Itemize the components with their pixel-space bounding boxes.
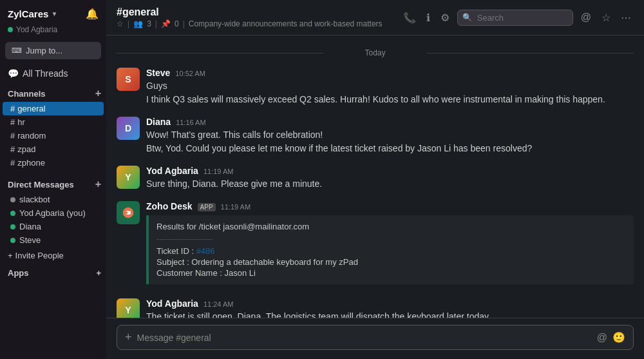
channel-meta: ☆ | 👥 3 | 📌 0 | Company-wide announcemen… <box>117 19 383 28</box>
search-wrapper: 🔍 <box>457 10 573 26</box>
search-input[interactable] <box>457 10 573 26</box>
member-icon: 👥 <box>133 19 143 28</box>
dm-item-steve[interactable]: Steve <box>3 233 104 247</box>
bell-icon[interactable]: 🔔 <box>86 8 99 20</box>
message-content: Steve 10:52 AM Guys I think Q3 sales wil… <box>146 68 634 106</box>
timestamp: 11:19 AM <box>204 168 233 175</box>
at-icon[interactable]: @ <box>578 9 594 26</box>
info-icon[interactable]: ℹ <box>424 9 433 26</box>
all-threads-item[interactable]: 💬 All Threads <box>0 66 106 84</box>
sidebar-item-general[interactable]: # general <box>3 102 104 115</box>
more-icon[interactable]: ⋯ <box>618 9 634 26</box>
avatar <box>117 201 140 224</box>
dm-label: slackbot <box>19 195 50 204</box>
date-divider: Today <box>117 48 634 57</box>
mention-icon[interactable]: @ <box>597 332 607 344</box>
sender-name: Steve <box>146 68 170 78</box>
message-text: I think Q3 sales will massively exceed Q… <box>146 93 634 106</box>
emoji-icon[interactable]: 🙂 <box>612 331 625 344</box>
message-text: Btw, Yod. Could you please let me know i… <box>146 142 634 155</box>
add-channel-icon[interactable]: + <box>95 88 101 99</box>
dm-label: Steve <box>19 235 41 245</box>
apps-section[interactable]: Apps + <box>0 264 106 280</box>
dm-section-header: Direct Messages + <box>0 175 106 193</box>
message-content: Zoho Desk APP 11:19 AM Results for /tick… <box>146 201 634 288</box>
dm-status-dot <box>10 238 15 243</box>
avatar: Y <box>117 298 140 318</box>
avatar: D <box>117 117 140 140</box>
apps-label: Apps <box>8 268 29 278</box>
search-icon: 🔍 <box>462 13 472 22</box>
message-text: Wow! That's great. This calls for celebr… <box>146 128 634 142</box>
sender-name: Diana <box>146 117 171 127</box>
add-app-icon[interactable]: + <box>96 268 101 278</box>
main-content: #general ☆ | 👥 3 | 📌 0 | Company-wide an… <box>106 0 644 359</box>
message-input[interactable] <box>137 333 592 343</box>
channel-title-area: #general ☆ | 👥 3 | 📌 0 | Company-wide an… <box>117 6 383 28</box>
channel-name: #general <box>117 6 159 18</box>
workspace-name[interactable]: ZylCares ▼ <box>8 8 57 19</box>
timestamp: 11:16 AM <box>176 119 205 126</box>
message-group: S Steve 10:52 AM Guys I think Q3 sales w… <box>117 68 634 106</box>
card-query: Results for /ticket jasonli@mailinator.c… <box>156 222 626 231</box>
message-header: Diana 11:16 AM <box>146 117 634 127</box>
sidebar-item-hr[interactable]: # hr <box>3 115 104 129</box>
channel-label: hr <box>17 117 25 127</box>
sidebar-item-random[interactable]: # random <box>3 129 104 142</box>
channel-label: random <box>17 131 46 141</box>
message-group: Zoho Desk APP 11:19 AM Results for /tick… <box>117 201 634 288</box>
star-icon[interactable]: ☆ <box>117 19 124 28</box>
date-label: Today <box>365 48 385 57</box>
hash-icon: # <box>10 104 15 113</box>
invite-people-label: Invite People <box>15 251 64 260</box>
settings-icon[interactable]: ⚙ <box>438 9 452 26</box>
message-header: Yod Agbaria 11:24 AM <box>146 298 634 309</box>
card-ticket-id: Ticket ID : #486 <box>156 246 626 256</box>
separator: | <box>128 19 129 28</box>
invite-people-button[interactable]: + Invite People <box>0 247 106 264</box>
dm-header-label: Direct Messages <box>8 180 74 189</box>
card-divider: -------------------- <box>156 234 626 244</box>
sender-name: Yod Agbaria <box>146 298 198 309</box>
dm-status-dot <box>10 211 15 216</box>
dm-item-diana[interactable]: Diana <box>3 220 104 233</box>
dm-status-dot <box>10 224 15 229</box>
dm-status-dot <box>10 197 15 202</box>
user-status-dot <box>8 27 13 32</box>
timestamp: 10:52 AM <box>175 70 205 77</box>
message-text: The ticket is still open, Diana. The log… <box>146 310 634 318</box>
sidebar-header: ZylCares ▼ 🔔 <box>0 0 106 25</box>
threads-icon: 💬 <box>8 68 19 79</box>
jump-to-button[interactable]: ⌨ Jump to... <box>5 42 101 59</box>
messages-area: Today S Steve 10:52 AM Guys I think Q3 s… <box>106 35 644 318</box>
phone-icon[interactable]: 📞 <box>401 9 419 26</box>
user-status: Yod Agbaria <box>0 25 106 39</box>
dm-item-slackbot[interactable]: slackbot <box>3 193 104 206</box>
dm-item-yod[interactable]: Yod Agbaria (you) <box>3 206 104 220</box>
workspace-chevron-icon: ▼ <box>51 10 57 17</box>
channel-description: Company-wide announcements and work-base… <box>189 19 383 28</box>
zoho-card: Results for /ticket jasonli@mailinator.c… <box>146 215 634 284</box>
message-content: Yod Agbaria 11:19 AM Sure thing, Diana. … <box>146 166 634 191</box>
ticket-id-link[interactable]: #486 <box>196 246 215 256</box>
hash-icon: # <box>10 131 15 141</box>
message-text: Guys <box>146 79 634 93</box>
message-input-area: + @ 🙂 <box>106 318 644 359</box>
card-subject: Subject : Ordering a detachable keyboard… <box>156 257 626 267</box>
sender-name: Zoho Desk <box>146 201 193 211</box>
input-actions: @ 🙂 <box>597 331 625 344</box>
message-header: Zoho Desk APP 11:19 AM <box>146 201 634 211</box>
message-header: Yod Agbaria 11:19 AM <box>146 166 634 176</box>
card-customer: Customer Name : Jason Li <box>156 268 626 278</box>
user-name-label: Yod Agbaria <box>16 25 57 34</box>
message-group: Y Yod Agbaria 11:19 AM Sure thing, Diana… <box>117 166 634 191</box>
member-count: 3 <box>147 19 151 28</box>
channel-header: #general ☆ | 👥 3 | 📌 0 | Company-wide an… <box>106 0 644 35</box>
add-dm-icon[interactable]: + <box>95 179 101 190</box>
bookmark-icon[interactable]: ☆ <box>599 9 613 26</box>
sidebar-item-zphone[interactable]: # zphone <box>3 156 104 170</box>
add-attachment-icon[interactable]: + <box>125 331 132 344</box>
sidebar: ZylCares ▼ 🔔 Yod Agbaria ⌨ Jump to... 💬 … <box>0 0 106 359</box>
plus-icon: + <box>8 251 13 260</box>
sidebar-item-zpad[interactable]: # zpad <box>3 142 104 156</box>
